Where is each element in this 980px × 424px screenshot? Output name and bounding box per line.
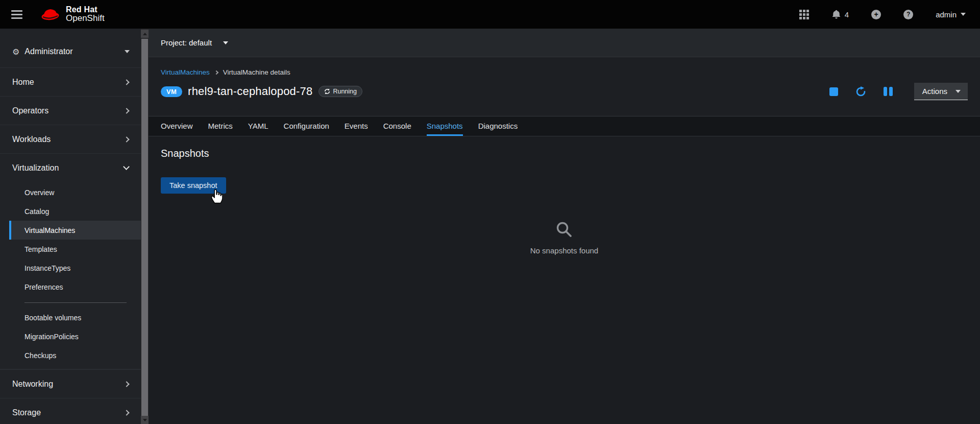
sidebar-item-virt-overview[interactable]: Overview [9,183,141,202]
cogs-icon: ⚙ [12,47,19,57]
pause-vm-button[interactable] [883,86,894,97]
pause-icon [884,87,893,96]
breadcrumb-virtualmachines-link[interactable]: VirtualMachines [161,68,210,76]
stop-icon [829,87,838,96]
perspective-label: Administrator [24,47,72,56]
virtualization-subnav: Overview Catalog VirtualMachines Templat… [0,182,141,369]
sub-item-label: Checkups [24,351,56,360]
notifications-button[interactable]: 4 [831,9,849,19]
subnav-divider [24,302,127,303]
tab-overview[interactable]: Overview [161,116,193,136]
sidebar-item-instancetypes[interactable]: InstanceTypes [9,258,141,277]
sidebar-item-networking[interactable]: Networking [0,369,141,398]
sidebar-item-migrationpolicies[interactable]: MigrationPolicies [9,327,141,346]
actions-label: Actions [922,87,947,96]
main-area: Project: default VirtualMachines Virtual… [149,29,980,424]
caret-down-icon [961,13,966,16]
sidebar-item-templates[interactable]: Templates [9,240,141,258]
brand-product: OpenShift [66,14,105,23]
sidebar-item-checkups[interactable]: Checkups [9,346,141,365]
chevron-right-icon [124,79,129,85]
sub-item-label: InstanceTypes [24,264,70,272]
search-icon [555,220,574,240]
import-button[interactable]: + [871,10,881,19]
sidebar-item-virtualization[interactable]: Virtualization [0,153,141,182]
status-badge: Running [318,86,362,98]
app-grid-icon [799,10,809,19]
tab-yaml[interactable]: YAML [248,116,268,136]
sidebar-item-label: Workloads [12,135,51,144]
tab-events[interactable]: Events [345,116,368,136]
caret-down-icon [955,90,961,93]
chevron-right-icon [124,381,129,387]
scrollbar-down-button[interactable] [141,416,149,424]
sidebar-item-label: Operators [12,106,48,115]
sub-item-label: Bootable volumes [24,314,81,322]
sidebar-nav: ⚙ Administrator Home Operators Workloads… [0,29,149,424]
brand-logo: Red Hat OpenShift [40,5,105,23]
tab-console[interactable]: Console [383,116,411,136]
take-snapshot-button[interactable]: Take snapshot [161,177,226,194]
plus-circle-icon: + [871,10,881,19]
caret-down-icon [125,50,130,53]
scrollbar-up-button[interactable] [141,30,149,38]
bell-icon [831,9,841,19]
sidebar-item-label: Networking [12,380,53,389]
status-text: Running [333,88,357,95]
masthead-toolbar: 4 + ? admin [799,9,980,19]
sidebar-item-bootable-volumes[interactable]: Bootable volumes [9,308,141,327]
stop-vm-button[interactable] [828,86,839,97]
project-bar: Project: default [149,29,980,57]
chevron-down-icon [123,163,130,170]
sidebar-item-workloads[interactable]: Workloads [0,125,141,153]
tab-metrics[interactable]: Metrics [208,116,233,136]
sync-icon [324,88,330,95]
tab-configuration[interactable]: Configuration [284,116,329,136]
sub-item-label: Preferences [24,283,63,291]
user-menu[interactable]: admin [936,10,966,19]
actions-dropdown-button[interactable]: Actions [914,83,968,100]
sidebar-item-home[interactable]: Home [0,67,141,96]
openshift-console: Red Hat OpenShift 4 + ? [0,0,980,424]
sidebar-scrollbar[interactable] [141,29,149,424]
chevron-right-icon [124,410,129,415]
vm-action-buttons: Actions [828,83,968,100]
help-button[interactable]: ? [903,10,913,19]
page-title: rhel9-tan-cephalopod-78 [188,85,312,98]
sidebar-item-operators[interactable]: Operators [0,96,141,125]
restart-icon [855,86,866,97]
sub-item-label: Catalog [24,207,49,216]
sidebar-item-storage[interactable]: Storage [0,398,141,424]
sub-item-label: MigrationPolicies [24,333,79,341]
sidebar-item-preferences[interactable]: Preferences [9,277,141,296]
scrollbar-thumb[interactable] [141,39,148,424]
sub-item-label: Templates [24,245,57,253]
sidebar-item-label: Storage [12,408,41,417]
empty-state: No snapshots found [161,220,968,255]
vm-kind-badge: VM [161,86,182,97]
vm-details-tabs: Overview Metrics YAML Configuration Even… [149,116,980,136]
tab-snapshots[interactable]: Snapshots [427,116,463,136]
restart-vm-button[interactable] [854,85,867,98]
sidebar-item-catalog[interactable]: Catalog [9,202,141,221]
app-launcher-button[interactable] [799,10,809,19]
sidebar-item-virtualmachines[interactable]: VirtualMachines [9,221,141,240]
sidebar-item-label: Virtualization [12,163,59,173]
chevron-right-icon [124,136,129,142]
question-circle-icon: ? [903,10,913,19]
hamburger-menu-icon[interactable] [3,0,31,29]
tab-diagnostics[interactable]: Diagnostics [478,116,518,136]
project-dropdown[interactable]: Project: default [161,38,228,47]
username: admin [936,10,957,19]
page-header: VirtualMachines VirtualMachine details V… [149,57,980,116]
masthead: Red Hat OpenShift 4 + ? [0,0,980,29]
caret-down-icon [223,41,228,44]
breadcrumb-current: VirtualMachine details [223,68,290,76]
redhat-fedora-icon [40,6,61,22]
brand-name: Red Hat [66,5,105,14]
chevron-right-icon [214,70,218,74]
empty-state-message: No snapshots found [530,246,598,255]
sidebar-item-label: Home [12,78,34,87]
perspective-switcher[interactable]: ⚙ Administrator [0,29,141,67]
sub-item-label: Overview [24,189,54,197]
